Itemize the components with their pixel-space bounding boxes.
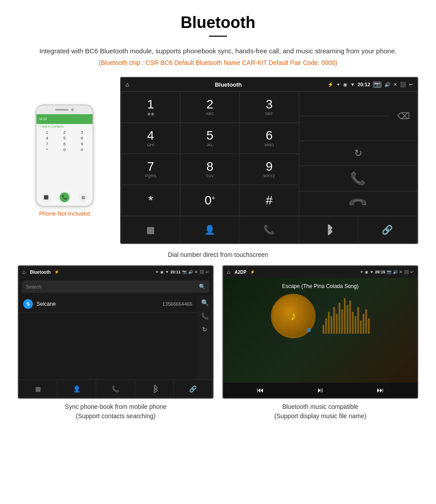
page-container: Bluetooth Integrated with BC6 Bluetooth … <box>0 0 436 434</box>
music-bars <box>323 298 370 334</box>
close-icon[interactable]: ✕ <box>393 82 397 88</box>
phone-key-8[interactable]: 8 <box>59 142 70 146</box>
next-track-btn[interactable]: ⏭ <box>377 386 384 394</box>
green-call-row[interactable]: 📞 <box>299 166 417 191</box>
phone-key-hash[interactable]: # <box>76 148 88 152</box>
phone-key-9[interactable]: 9 <box>76 142 88 146</box>
phone-key-2[interactable]: 2 <box>59 130 70 135</box>
play-pause-btn[interactable]: ⏯ <box>317 386 324 394</box>
pb-bottom-contacts[interactable]: 👤 <box>57 380 96 398</box>
contacts-tab-btn[interactable]: 👤 <box>180 216 239 243</box>
dial-key-hash[interactable]: # <box>239 185 299 216</box>
calls-tab-btn[interactable]: 📞 <box>239 216 299 243</box>
pb-signal-icon: ▼ <box>165 270 169 274</box>
dial-key-1[interactable]: 1 ◉◉ <box>121 92 180 123</box>
pb-close-icon[interactable]: ✕ <box>194 270 198 274</box>
phone-key-star[interactable]: * <box>41 148 53 152</box>
music-vol-icon[interactable]: 🔊 <box>393 270 398 274</box>
dial-caption: Dial number direct from touchscreen <box>18 251 418 258</box>
dial-key-star[interactable]: * <box>121 185 180 216</box>
music-bar <box>325 318 327 334</box>
backspace-icon[interactable]: ⌫ <box>397 111 410 121</box>
music-bar <box>365 309 367 334</box>
pb-right-call-icon[interactable]: 📞 <box>201 312 209 320</box>
back-icon[interactable]: ↩ <box>409 82 413 88</box>
phone-call-btn[interactable]: 📞 <box>60 192 69 202</box>
volume-icon[interactable]: 🔊 <box>384 82 391 88</box>
prev-track-btn[interactable]: ⏮ <box>257 386 264 394</box>
music-bar <box>368 318 370 334</box>
phone-key-3[interactable]: 3 <box>76 130 88 135</box>
red-hangup-icon[interactable]: 📞 <box>347 193 369 214</box>
phone-key-7[interactable]: 7 <box>41 142 53 146</box>
pb-search-icon[interactable]: 🔍 <box>199 284 206 290</box>
pb-contact-row[interactable]: S Seicane 13566664466 <box>19 296 197 313</box>
pb-calls-icon[interactable]: 📞 <box>112 385 119 392</box>
pb-bottom-link[interactable]: 🔗 <box>174 380 213 398</box>
phone-key-6[interactable]: 6 <box>76 136 88 140</box>
music-win-icon[interactable]: ⬛ <box>404 270 409 274</box>
statusbar-time: 20:12 <box>358 82 370 87</box>
bluetooth-tab-btn[interactable] <box>299 216 358 243</box>
music-sb-icons: ✦ ◉ ▼ 20:15 📷 🔊 ✕ ⬛ ↩ <box>360 270 414 274</box>
phone-key-0[interactable]: 0 <box>59 148 70 152</box>
link-tab-btn[interactable]: 🔗 <box>358 216 417 243</box>
phonebook-caption: Sync phone-book from mobile phone (Suppo… <box>18 402 214 421</box>
phone-back-btn[interactable]: ⬛ <box>41 192 51 202</box>
music-note-icon: ♪ <box>290 309 296 323</box>
pb-bt-icon: ✦ <box>155 270 159 274</box>
dial-key-8[interactable]: 8 TUV <box>180 154 239 185</box>
dialpad-statusbar: ⌂ Bluetooth ⚡ ✦ ◉ ▼ 20:12 📷 🔊 ✕ ⬛ ↩ <box>121 78 417 91</box>
pb-time: 20:11 <box>170 270 181 274</box>
pb-bottom-calls[interactable]: 📞 <box>96 380 135 398</box>
camera-icon: 📷 <box>373 81 382 88</box>
pb-contacts-icon[interactable]: 👤 <box>73 385 81 392</box>
music-bt-overlay-icon: ʙ <box>307 326 311 333</box>
music-back-icon[interactable]: ↩ <box>410 270 414 274</box>
phone-keypad-row-4: * 0 # <box>38 148 91 152</box>
pb-bottom-bt[interactable] <box>135 380 174 398</box>
pb-right-refresh-icon[interactable]: ↻ <box>202 326 207 333</box>
dial-key-6[interactable]: 6 MNO <box>239 123 299 154</box>
window-icon[interactable]: ⬛ <box>400 82 406 88</box>
red-hangup-row[interactable]: 📞 <box>299 191 417 216</box>
home-icon[interactable]: ⌂ <box>125 81 129 88</box>
music-bar <box>328 312 330 334</box>
phone-key-5[interactable]: 5 <box>59 136 70 140</box>
pb-win-icon[interactable]: ⬛ <box>199 270 204 274</box>
pb-bottom-bar: ▦ 👤 📞 <box>19 380 213 398</box>
dial-key-2[interactable]: 2 ABC <box>180 92 239 123</box>
dial-key-5[interactable]: 5 JKL <box>180 123 239 154</box>
phone-key-1[interactable]: 1 <box>41 130 53 135</box>
refresh-row[interactable]: ↻ <box>299 141 417 166</box>
dial-key-4[interactable]: 4 GHI <box>121 123 180 154</box>
pb-vol-icon[interactable]: 🔊 <box>188 270 193 274</box>
dial-key-0[interactable]: 0+ <box>180 185 239 216</box>
music-close-icon[interactable]: ✕ <box>399 270 403 274</box>
pb-home-icon[interactable]: ⌂ <box>22 269 25 275</box>
phone-menu-btn[interactable]: ▦ <box>78 192 88 202</box>
svg-line-8 <box>154 390 157 393</box>
pb-content-area: S Seicane 13566664466 🔍 📞 ↻ <box>19 296 213 380</box>
refresh-icon[interactable]: ↻ <box>354 148 362 159</box>
music-screen: ⌂ A2DP ⚡ ✦ ◉ ▼ 20:15 📷 🔊 ✕ ⬛ ↩ <box>222 265 418 399</box>
dialpad-tab-btn[interactable]: ▦ <box>121 216 180 243</box>
music-home-icon[interactable]: ⌂ <box>227 269 230 275</box>
dial-key-9[interactable]: 9 WXYZ <box>239 154 299 185</box>
pb-bottom-keypad[interactable]: ▦ <box>19 380 57 398</box>
dialpad-screen-section: ⌂ Bluetooth ⚡ ✦ ◉ ▼ 20:12 📷 🔊 ✕ ⬛ ↩ <box>120 77 418 244</box>
pb-right-search-icon[interactable]: 🔍 <box>201 299 209 306</box>
pb-link-icon[interactable]: 🔗 <box>189 385 197 392</box>
phone-key-4[interactable]: 4 <box>41 136 53 140</box>
pb-keypad-icon[interactable]: ▦ <box>35 385 41 392</box>
pb-back-icon[interactable]: ↩ <box>206 270 209 274</box>
pb-search-bar[interactable]: Search 🔍 <box>22 280 209 293</box>
phone-bottom-bar: ⬛ 📞 ▦ <box>36 192 93 202</box>
backspace-cell[interactable]: ⌫ <box>390 111 417 121</box>
green-call-icon[interactable]: 📞 <box>350 171 366 186</box>
music-bar <box>352 312 354 334</box>
pb-screen-title: Bluetooth <box>30 270 51 275</box>
dial-key-3[interactable]: 3 DEF <box>239 92 299 123</box>
dial-key-7[interactable]: 7 PQRS <box>121 154 180 185</box>
pb-list: S Seicane 13566664466 <box>19 296 197 380</box>
